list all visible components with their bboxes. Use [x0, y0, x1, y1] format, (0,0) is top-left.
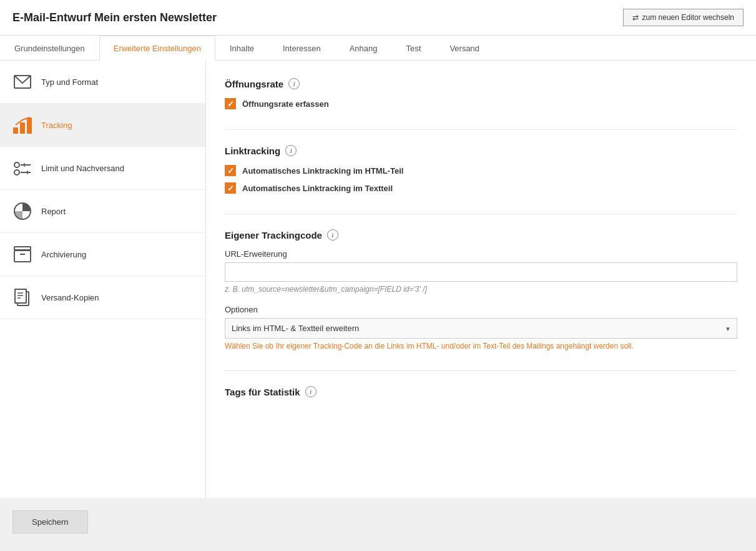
- oeffnungsrate-checkbox-row: Öffnungsrate erfassen: [225, 98, 737, 109]
- oeffnungsrate-checkbox[interactable]: [225, 98, 236, 109]
- sidebar-item-versand-kopien[interactable]: Versand-Kopien: [0, 276, 205, 319]
- svg-rect-2: [20, 122, 25, 134]
- oeffnungsrate-checkbox-label: Öffnungsrate erfassen: [242, 99, 329, 109]
- eigener-trackingcode-title: Eigener Trackingcode i: [225, 229, 737, 241]
- linktracking-title: Linktracking i: [225, 145, 737, 156]
- options-hint: Wählen Sie ob Ihr eigener Tracking-Code …: [225, 342, 737, 350]
- tags-statistik-section: Tags für Statistik i: [225, 386, 737, 397]
- main-content: Typ und Format Tracking: [0, 61, 756, 498]
- divider-2: [225, 214, 737, 214]
- archive-icon: [12, 244, 32, 264]
- sidebar-item-report[interactable]: Report: [0, 190, 205, 233]
- svg-rect-12: [14, 251, 31, 262]
- divider-1: [225, 129, 737, 130]
- sidebar-item-typ-und-format[interactable]: Typ und Format: [0, 61, 205, 104]
- switch-icon: ⇄: [632, 13, 639, 22]
- tab-inhalte[interactable]: Inhalte: [215, 36, 268, 61]
- oeffnungsrate-section: Öffnungsrate i Öffnungsrate erfassen: [225, 78, 737, 109]
- options-select-wrapper: Links im HTML- & Textteil erweiternNur H…: [225, 318, 737, 339]
- tab-interessen[interactable]: Interessen: [268, 36, 335, 61]
- linktracking-checkbox-text-label: Automatisches Linktracking im Textteil: [242, 184, 393, 193]
- linktracking-info-icon[interactable]: i: [285, 145, 297, 156]
- page-title: E-Mail-Entwurf Mein ersten Newsletter: [12, 11, 217, 24]
- eigener-trackingcode-section: Eigener Trackingcode i URL-Erweiterung z…: [225, 229, 737, 350]
- tags-statistik-info-icon[interactable]: i: [305, 386, 317, 397]
- svg-rect-16: [15, 289, 26, 303]
- svg-point-4: [14, 162, 19, 167]
- tab-versand[interactable]: Versand: [435, 36, 494, 61]
- linktracking-checkbox-html-label: Automatisches Linktracking im HTML-Teil: [242, 166, 403, 176]
- svg-point-6: [14, 170, 19, 175]
- eigener-trackingcode-info-icon[interactable]: i: [327, 229, 338, 241]
- divider-3: [225, 370, 737, 371]
- oeffnungsrate-info-icon[interactable]: i: [288, 78, 300, 89]
- tags-statistik-title: Tags für Statistik i: [225, 386, 737, 397]
- sidebar-item-tracking[interactable]: Tracking: [0, 104, 205, 147]
- optionen-label: Optionen: [225, 305, 737, 314]
- url-hint: z. B. utm_source=newsletter&utm_campaign…: [225, 285, 737, 294]
- sidebar-label-limit-und-nachversand: Limit und Nachversand: [41, 164, 124, 173]
- report-icon: [12, 201, 32, 221]
- limit-icon: [12, 158, 32, 178]
- svg-rect-3: [27, 117, 32, 134]
- linktracking-checkbox-text[interactable]: [225, 182, 236, 194]
- linktracking-checkbox-row-2: Automatisches Linktracking im Textteil: [225, 182, 737, 194]
- svg-rect-11: [14, 247, 31, 250]
- page-footer: Speichern: [0, 498, 756, 546]
- tab-test[interactable]: Test: [392, 36, 436, 61]
- sidebar-label-versand-kopien: Versand-Kopien: [41, 293, 99, 302]
- sidebar-item-archivierung[interactable]: Archivierung: [0, 233, 205, 276]
- content-panel: Öffnungsrate i Öffnungsrate erfassen Lin…: [206, 61, 756, 498]
- copy-icon: [12, 287, 32, 307]
- tab-erweiterte-einstellungen[interactable]: Erweiterte Einstellungen: [99, 36, 215, 61]
- sidebar: Typ und Format Tracking: [0, 61, 206, 498]
- options-select[interactable]: Links im HTML- & Textteil erweiternNur H…: [225, 318, 737, 339]
- linktracking-checkbox-row-1: Automatisches Linktracking im HTML-Teil: [225, 165, 737, 176]
- linktracking-section: Linktracking i Automatisches Linktrackin…: [225, 145, 737, 194]
- mail-icon: [12, 72, 32, 92]
- svg-rect-1: [13, 127, 18, 134]
- oeffnungsrate-title: Öffnungsrate i: [225, 78, 737, 89]
- save-button[interactable]: Speichern: [12, 510, 88, 534]
- tab-anhang[interactable]: Anhang: [335, 36, 392, 61]
- sidebar-label-typ-und-format: Typ und Format: [41, 77, 98, 87]
- linktracking-checkbox-html[interactable]: [225, 165, 236, 176]
- switch-editor-button[interactable]: ⇄ zum neuen Editor wechseln: [623, 9, 744, 26]
- tab-grundeinstellungen[interactable]: Grundeinstellungen: [0, 36, 99, 61]
- sidebar-label-report: Report: [41, 207, 66, 216]
- sidebar-label-archivierung: Archivierung: [41, 250, 86, 259]
- url-erweiterung-label: URL-Erweiterung: [225, 249, 737, 259]
- tracking-icon: [12, 115, 32, 135]
- sidebar-label-tracking: Tracking: [41, 121, 72, 130]
- sidebar-item-limit-und-nachversand[interactable]: Limit und Nachversand: [0, 147, 205, 190]
- url-erweiterung-input[interactable]: [225, 262, 737, 282]
- tabs-bar: Grundeinstellungen Erweiterte Einstellun…: [0, 36, 756, 61]
